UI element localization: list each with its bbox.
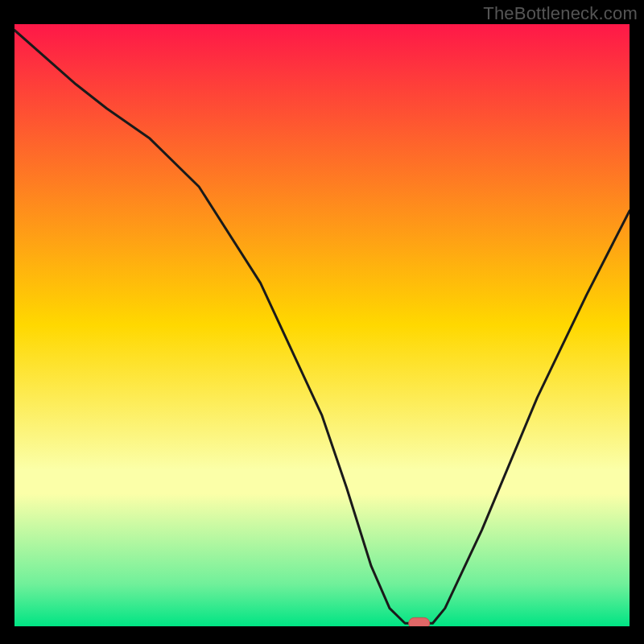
watermark-text: TheBottleneck.com [483, 3, 638, 24]
chart-frame: TheBottleneck.com [0, 0, 644, 644]
plot-area [14, 24, 630, 626]
plot-svg [14, 24, 630, 626]
optimal-marker [409, 617, 430, 626]
gradient-background [14, 24, 630, 626]
